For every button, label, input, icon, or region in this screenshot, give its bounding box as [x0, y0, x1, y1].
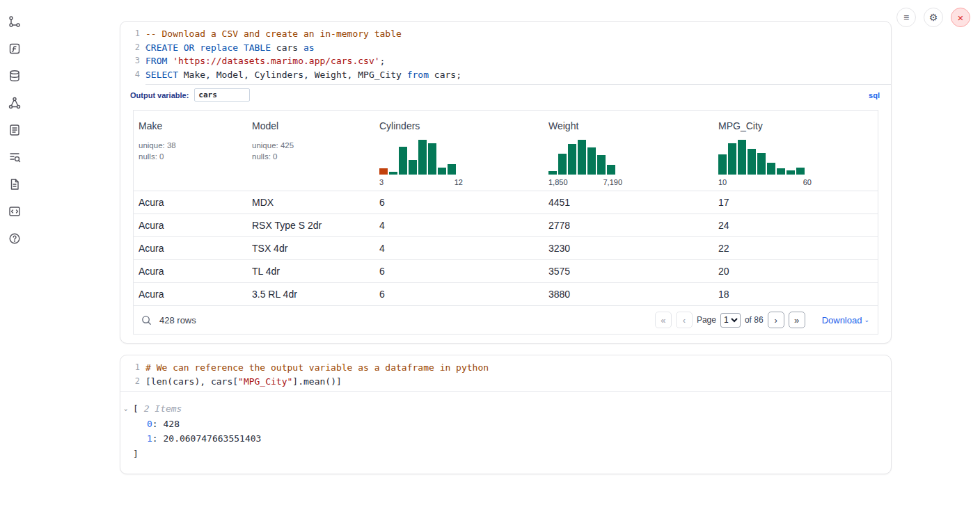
code-text: # We can reference the output variable a… — [145, 361, 489, 375]
table-row[interactable]: AcuraRSX Type S 2dr4277824 — [134, 214, 878, 236]
fold-chevron-icon[interactable]: ⌄ — [145, 43, 148, 49]
menu-button[interactable]: ≡ — [896, 8, 916, 27]
column-name[interactable]: Cylinders — [379, 120, 548, 131]
axis-max-label: 60 — [803, 178, 812, 186]
output-tree-line: ⌄[ 2 Items — [120, 401, 891, 417]
histogram-bar — [738, 140, 746, 175]
code-token: "MPG_City" — [238, 376, 292, 387]
notebook-canvas: 1-- Download a CSV and create an in-memo… — [120, 21, 892, 474]
output-tree-line: ] — [120, 446, 891, 462]
logs-icon[interactable] — [7, 204, 22, 219]
code-token: 1 — [147, 433, 152, 444]
topbar-controls: ≡ ⚙ × — [896, 8, 970, 27]
histogram-bar — [558, 154, 567, 175]
table-cell: 3230 — [548, 243, 718, 254]
table-cell: TL 4dr — [252, 266, 379, 277]
help-icon[interactable] — [7, 231, 22, 246]
python-code-editor[interactable]: 1# We can reference the output variable … — [120, 355, 891, 391]
output-variable-input[interactable] — [194, 88, 250, 102]
last-page-button[interactable]: » — [789, 312, 805, 328]
histogram-bar — [728, 143, 736, 175]
table-cell: 6 — [379, 266, 548, 277]
table-cell: TSX 4dr — [252, 243, 379, 254]
table-row[interactable]: Acura3.5 RL 4dr6388018 — [134, 282, 878, 305]
dependency-graph-icon[interactable] — [7, 95, 22, 111]
column-name[interactable]: Weight — [548, 120, 718, 131]
line-number: 4 — [120, 68, 145, 82]
histogram-bar — [757, 153, 766, 175]
code-token: as — [303, 42, 315, 53]
table-row[interactable]: AcuraTSX 4dr4323022 — [134, 236, 878, 259]
next-page-button[interactable]: › — [768, 312, 784, 328]
page-select[interactable]: 1 — [720, 313, 741, 328]
settings-button[interactable]: ⚙ — [924, 8, 943, 27]
table-cell: 3.5 RL 4dr — [252, 289, 379, 300]
table-footer: 428 rows « ‹ Page 1 of 86 › » Download ⌄ — [134, 305, 878, 334]
table-row[interactable]: AcuraTL 4dr6357520 — [134, 259, 878, 282]
column-name[interactable]: Model — [252, 120, 379, 131]
code-line: 1-- Download a CSV and create an in-memo… — [120, 27, 891, 41]
table-cell: 6 — [379, 197, 548, 208]
table-cell: 18 — [718, 289, 878, 300]
table-of-contents-icon[interactable] — [7, 150, 22, 165]
code-token: CREATE OR replace TABLE — [145, 42, 271, 53]
stat-unique: unique: 38 — [139, 140, 252, 151]
code-line: 4SELECT Make, Model, Cylinders, Weight, … — [120, 68, 891, 82]
collapse-chevron-icon[interactable]: ⌄ — [124, 401, 127, 417]
python-output-tree: ⌄[ 2 Items0: 4281: 20.060747663551403] — [120, 392, 891, 474]
table-cell: 6 — [379, 289, 548, 300]
code-line: 3FROM 'https://datasets.marimo.app/cars.… — [120, 54, 891, 68]
scratchpad-icon[interactable] — [7, 41, 22, 56]
column-header: Weight1,8507,190 — [548, 120, 718, 186]
line-number: 2 — [120, 375, 145, 389]
histogram-bar — [568, 144, 576, 175]
column-header: Cylinders312 — [379, 120, 548, 186]
code-token: : — [152, 419, 164, 429]
axis-min-label: 10 — [718, 178, 727, 186]
documentation-icon[interactable] — [7, 177, 22, 192]
column-name[interactable]: Make — [139, 120, 252, 131]
code-token: # We can reference the output variable a… — [145, 362, 489, 373]
table-row[interactable]: AcuraMDX6445117 — [134, 191, 878, 214]
page-label: Page — [697, 315, 716, 325]
histogram-bar — [379, 168, 388, 175]
prev-page-button[interactable]: ‹ — [676, 312, 693, 328]
table-cell: Acura — [139, 266, 252, 277]
code-token: ] — [133, 449, 139, 459]
line-number: 2⌄ — [120, 41, 145, 55]
output-tree-line: 0: 428 — [120, 417, 891, 432]
datasources-icon[interactable] — [7, 68, 22, 83]
snippets-icon[interactable] — [7, 122, 22, 138]
table-search-button[interactable] — [141, 314, 152, 326]
search-icon — [141, 314, 152, 326]
download-button[interactable]: Download ⌄ — [822, 315, 869, 325]
column-name[interactable]: MPG_City — [718, 120, 878, 131]
stat-nulls: nulls: 0 — [252, 151, 379, 162]
marimo-app: { "topbar": { "menu_glyph": "≡", "settin… — [0, 0, 980, 507]
histogram-bar — [587, 147, 596, 175]
output-variable-row: Output variable: sql — [120, 85, 891, 106]
histogram-bars — [718, 140, 805, 175]
code-token: cars — [271, 42, 303, 53]
first-page-button[interactable]: « — [655, 312, 672, 328]
table-cell: 4 — [379, 243, 548, 254]
file-explorer-icon[interactable] — [7, 14, 22, 29]
table-cell: Acura — [139, 243, 252, 254]
histogram-bars — [379, 140, 456, 175]
sql-code-editor[interactable]: 1-- Download a CSV and create an in-memo… — [120, 22, 891, 84]
code-token: : — [152, 433, 164, 444]
code-token: [ — [133, 403, 144, 414]
axis-min-label: 3 — [379, 178, 384, 186]
code-token: ].mean()] — [292, 376, 341, 387]
histogram-bar — [428, 143, 436, 175]
table-header-row: Makeunique: 38nulls: 0Modelunique: 425nu… — [134, 111, 878, 191]
histogram-bar — [748, 149, 756, 175]
code-line: 2⌄CREATE OR replace TABLE cars as — [120, 41, 891, 55]
close-icon: × — [958, 12, 964, 24]
code-token: -- Download a CSV and create an in-memor… — [145, 29, 402, 39]
histogram-axis-labels: 1,8507,190 — [548, 178, 622, 186]
table-cell: 24 — [718, 220, 878, 231]
histogram-axis-labels: 312 — [379, 178, 463, 186]
code-token: Make, Model, Cylinders, Weight, MPG_City — [178, 70, 407, 80]
shutdown-button[interactable]: × — [951, 8, 970, 27]
